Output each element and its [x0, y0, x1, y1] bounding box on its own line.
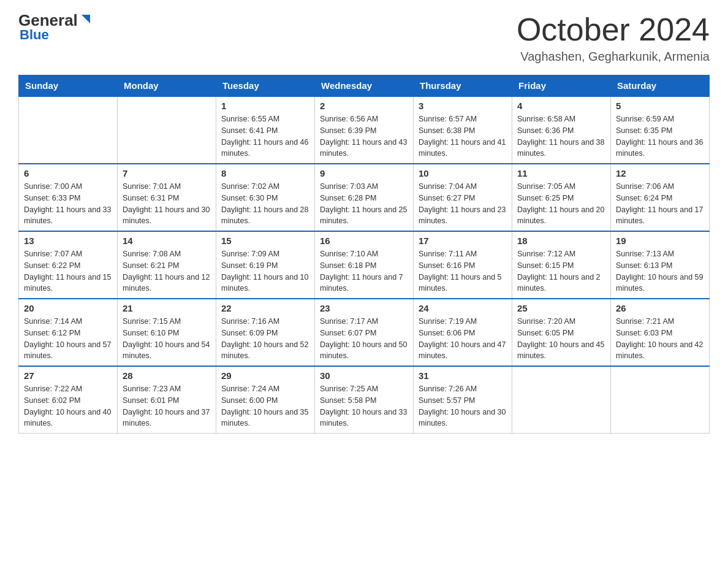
calendar-week-row: 6Sunrise: 7:00 AMSunset: 6:33 PMDaylight… — [19, 164, 710, 231]
calendar-week-row: 20Sunrise: 7:14 AMSunset: 6:12 PMDayligh… — [19, 299, 710, 366]
calendar-cell: 13Sunrise: 7:07 AMSunset: 6:22 PMDayligh… — [19, 231, 118, 299]
calendar-cell: 4Sunrise: 6:58 AMSunset: 6:36 PMDaylight… — [512, 96, 611, 164]
day-info: Sunrise: 7:04 AMSunset: 6:27 PMDaylight:… — [419, 181, 507, 227]
calendar-cell: 19Sunrise: 7:13 AMSunset: 6:13 PMDayligh… — [611, 231, 710, 299]
weekday-header-monday: Monday — [118, 75, 216, 97]
day-info: Sunrise: 7:23 AMSunset: 6:01 PMDaylight:… — [123, 383, 211, 429]
day-number: 7 — [123, 168, 211, 178]
day-number: 16 — [320, 236, 408, 246]
day-number: 24 — [419, 303, 507, 313]
day-number: 5 — [616, 101, 704, 111]
day-info: Sunrise: 7:05 AMSunset: 6:25 PMDaylight:… — [517, 181, 605, 227]
day-info: Sunrise: 7:17 AMSunset: 6:07 PMDaylight:… — [320, 316, 408, 362]
day-info: Sunrise: 7:09 AMSunset: 6:19 PMDaylight:… — [221, 248, 309, 294]
calendar-cell: 28Sunrise: 7:23 AMSunset: 6:01 PMDayligh… — [118, 366, 216, 434]
calendar-cell: 12Sunrise: 7:06 AMSunset: 6:24 PMDayligh… — [611, 164, 710, 231]
calendar-cell — [19, 96, 118, 164]
day-number: 12 — [616, 168, 704, 178]
day-number: 17 — [419, 236, 507, 246]
calendar-cell: 9Sunrise: 7:03 AMSunset: 6:28 PMDaylight… — [315, 164, 414, 231]
calendar-cell: 11Sunrise: 7:05 AMSunset: 6:25 PMDayligh… — [512, 164, 611, 231]
day-info: Sunrise: 6:59 AMSunset: 6:35 PMDaylight:… — [616, 113, 704, 159]
day-info: Sunrise: 7:12 AMSunset: 6:15 PMDaylight:… — [517, 248, 605, 294]
day-number: 19 — [616, 236, 704, 246]
day-number: 8 — [221, 168, 309, 178]
logo-triangle-icon — [79, 12, 93, 26]
day-info: Sunrise: 7:21 AMSunset: 6:03 PMDaylight:… — [616, 316, 704, 362]
day-info: Sunrise: 7:26 AMSunset: 5:57 PMDaylight:… — [419, 383, 507, 429]
weekday-header-friday: Friday — [512, 75, 611, 97]
day-number: 26 — [616, 303, 704, 313]
day-info: Sunrise: 6:57 AMSunset: 6:38 PMDaylight:… — [419, 113, 507, 159]
weekday-header-wednesday: Wednesday — [315, 75, 414, 97]
day-info: Sunrise: 7:24 AMSunset: 6:00 PMDaylight:… — [221, 383, 309, 429]
day-info: Sunrise: 6:55 AMSunset: 6:41 PMDaylight:… — [221, 113, 309, 159]
day-number: 27 — [24, 370, 112, 381]
day-info: Sunrise: 7:00 AMSunset: 6:33 PMDaylight:… — [24, 181, 112, 227]
day-number: 21 — [123, 303, 211, 313]
day-number: 9 — [320, 168, 408, 178]
day-number: 11 — [517, 168, 605, 178]
calendar-cell: 3Sunrise: 6:57 AMSunset: 6:38 PMDaylight… — [414, 96, 512, 164]
calendar-cell: 8Sunrise: 7:02 AMSunset: 6:30 PMDaylight… — [216, 164, 315, 231]
day-info: Sunrise: 7:06 AMSunset: 6:24 PMDaylight:… — [616, 181, 704, 227]
svg-marker-0 — [82, 15, 90, 23]
calendar-week-row: 13Sunrise: 7:07 AMSunset: 6:22 PMDayligh… — [19, 231, 710, 299]
calendar-cell: 29Sunrise: 7:24 AMSunset: 6:00 PMDayligh… — [216, 366, 315, 434]
day-number: 15 — [221, 236, 309, 246]
day-number: 20 — [24, 303, 112, 313]
day-info: Sunrise: 7:14 AMSunset: 6:12 PMDaylight:… — [24, 316, 112, 362]
day-number: 4 — [517, 101, 605, 111]
weekday-header-tuesday: Tuesday — [216, 75, 315, 97]
logo: General Blue — [18, 12, 93, 43]
day-info: Sunrise: 7:13 AMSunset: 6:13 PMDaylight:… — [616, 248, 704, 294]
calendar-cell: 18Sunrise: 7:12 AMSunset: 6:15 PMDayligh… — [512, 231, 611, 299]
calendar-cell: 22Sunrise: 7:16 AMSunset: 6:09 PMDayligh… — [216, 299, 315, 366]
day-number: 28 — [123, 370, 211, 381]
month-title: October 2024 — [517, 12, 710, 47]
day-number: 13 — [24, 236, 112, 246]
day-number: 25 — [517, 303, 605, 313]
calendar-cell: 31Sunrise: 7:26 AMSunset: 5:57 PMDayligh… — [414, 366, 512, 434]
day-info: Sunrise: 7:03 AMSunset: 6:28 PMDaylight:… — [320, 181, 408, 227]
weekday-header-thursday: Thursday — [414, 75, 512, 97]
day-number: 30 — [320, 370, 408, 381]
calendar-cell — [611, 366, 710, 434]
day-number: 6 — [24, 168, 112, 178]
day-info: Sunrise: 7:02 AMSunset: 6:30 PMDaylight:… — [221, 181, 309, 227]
day-number: 14 — [123, 236, 211, 246]
day-number: 3 — [419, 101, 507, 111]
day-info: Sunrise: 7:10 AMSunset: 6:18 PMDaylight:… — [320, 248, 408, 294]
calendar-table: SundayMondayTuesdayWednesdayThursdayFrid… — [18, 75, 710, 434]
calendar-header-row: SundayMondayTuesdayWednesdayThursdayFrid… — [19, 75, 710, 97]
calendar-cell: 24Sunrise: 7:19 AMSunset: 6:06 PMDayligh… — [414, 299, 512, 366]
title-block: October 2024 Vaghashen, Gegharkunik, Arm… — [517, 12, 710, 64]
calendar-week-row: 27Sunrise: 7:22 AMSunset: 6:02 PMDayligh… — [19, 366, 710, 434]
day-number: 29 — [221, 370, 309, 381]
day-info: Sunrise: 7:19 AMSunset: 6:06 PMDaylight:… — [419, 316, 507, 362]
day-info: Sunrise: 7:07 AMSunset: 6:22 PMDaylight:… — [24, 248, 112, 294]
day-info: Sunrise: 7:01 AMSunset: 6:31 PMDaylight:… — [123, 181, 211, 227]
calendar-cell: 17Sunrise: 7:11 AMSunset: 6:16 PMDayligh… — [414, 231, 512, 299]
calendar-cell: 30Sunrise: 7:25 AMSunset: 5:58 PMDayligh… — [315, 366, 414, 434]
calendar-cell — [512, 366, 611, 434]
calendar-cell: 1Sunrise: 6:55 AMSunset: 6:41 PMDaylight… — [216, 96, 315, 164]
calendar-cell: 26Sunrise: 7:21 AMSunset: 6:03 PMDayligh… — [611, 299, 710, 366]
calendar-cell: 23Sunrise: 7:17 AMSunset: 6:07 PMDayligh… — [315, 299, 414, 366]
location-subtitle: Vaghashen, Gegharkunik, Armenia — [517, 50, 710, 64]
logo-blue-text: Blue — [20, 27, 49, 43]
day-number: 31 — [419, 370, 507, 381]
calendar-cell: 27Sunrise: 7:22 AMSunset: 6:02 PMDayligh… — [19, 366, 118, 434]
calendar-week-row: 1Sunrise: 6:55 AMSunset: 6:41 PMDaylight… — [19, 96, 710, 164]
calendar-cell: 6Sunrise: 7:00 AMSunset: 6:33 PMDaylight… — [19, 164, 118, 231]
calendar-cell: 16Sunrise: 7:10 AMSunset: 6:18 PMDayligh… — [315, 231, 414, 299]
calendar-cell: 5Sunrise: 6:59 AMSunset: 6:35 PMDaylight… — [611, 96, 710, 164]
day-info: Sunrise: 6:56 AMSunset: 6:39 PMDaylight:… — [320, 113, 408, 159]
day-number: 2 — [320, 101, 408, 111]
calendar-cell: 7Sunrise: 7:01 AMSunset: 6:31 PMDaylight… — [118, 164, 216, 231]
day-info: Sunrise: 6:58 AMSunset: 6:36 PMDaylight:… — [517, 113, 605, 159]
calendar-cell: 25Sunrise: 7:20 AMSunset: 6:05 PMDayligh… — [512, 299, 611, 366]
day-number: 10 — [419, 168, 507, 178]
weekday-header-sunday: Sunday — [19, 75, 118, 97]
calendar-cell: 15Sunrise: 7:09 AMSunset: 6:19 PMDayligh… — [216, 231, 315, 299]
